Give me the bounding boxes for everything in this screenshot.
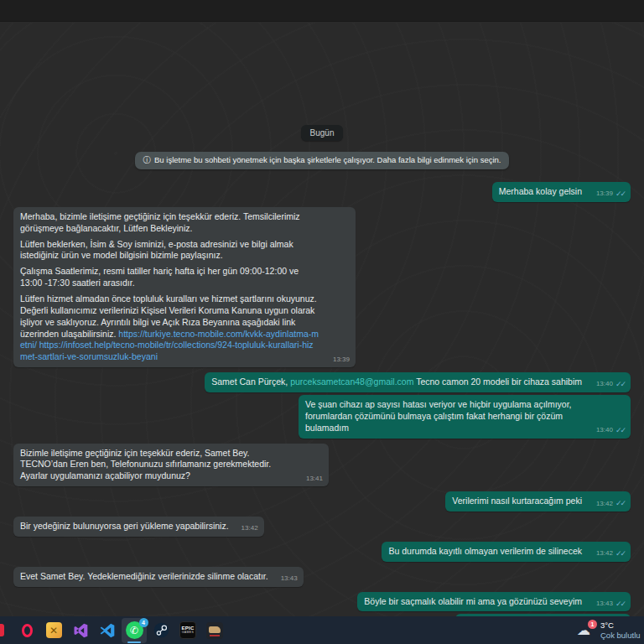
message-meta: 13:39✓✓: [596, 190, 625, 199]
message-text: Merhaba, bizimle iletişime geçtiğiniz iç…: [20, 211, 320, 235]
message-text-part: Evet Samet Bey. Yedeklemediğiniz veriler…: [20, 571, 268, 581]
visual-studio-glyph: [72, 622, 89, 639]
message-text: Ve şuan cihazı ap sayısı hatası veriyor …: [305, 399, 582, 434]
message-row: Bu durumda kayıtlı olmayan verilerim de …: [13, 542, 631, 562]
steam-glyph: [153, 621, 170, 639]
message-time: 13:42: [596, 549, 613, 558]
read-receipt-icon: ✓✓: [615, 190, 625, 198]
message-text: Lütfen beklerken, İsim & Soy isminizi, e…: [20, 239, 320, 262]
cutoff-icon[interactable]: [0, 624, 4, 636]
message-text-part: Verilerimi nasıl kurtaracağım peki: [452, 496, 582, 506]
outgoing-message-bubble[interactable]: Böyle bir saçmalık olabilir mi ama ya gö…: [357, 592, 631, 612]
message-text: Evet Samet Bey. Yedeklemediğiniz veriler…: [20, 571, 268, 583]
chat-area: Bugün ⓘBu işletme bu sohbeti yönetmek iç…: [0, 23, 644, 616]
read-receipt-icon: ✓✓: [615, 500, 625, 507]
message-meta: 13:43✓✓: [596, 600, 625, 609]
message-time: 13:43: [281, 574, 298, 584]
message-link[interactable]: purceksametcan48@gmail.com: [290, 377, 413, 387]
message-text-part: Bizimle iletişime geçtiğiniz için teşekk…: [20, 448, 271, 481]
read-receipt-icon: ✓✓: [615, 550, 625, 558]
game-glyph-shape: [209, 626, 221, 633]
game-glyph-bar: [210, 635, 220, 636]
read-receipt-icon: ✓✓: [615, 600, 625, 608]
message-text-part: Merhaba, bizimle iletişime geçtiğiniz iç…: [20, 211, 300, 233]
read-receipt-icon: ✓✓: [615, 427, 625, 434]
whatsapp-badge: 4: [139, 618, 148, 627]
game-launcher-glyph: ✕: [46, 622, 62, 638]
game-icon[interactable]: [202, 618, 227, 643]
epic-games-glyph: EPIC GAMES: [179, 621, 196, 639]
system-notice[interactable]: ⓘBu işletme bu sohbeti yönetmek için baş…: [135, 152, 510, 169]
incoming-message-bubble[interactable]: Merhaba, bizimle iletişime geçtiğiniz iç…: [13, 207, 356, 367]
outgoing-message-bubble[interactable]: Merhaba kolay gelsin13:39✓✓: [492, 182, 631, 202]
message-time: 13:41: [306, 475, 323, 484]
system-notice-text: Bu işletme bu sohbeti yönetmek için başk…: [154, 155, 501, 164]
vscode-glyph: [99, 622, 116, 639]
message-text-part: Tecno camon 20 modeli bir cihaza sahibim: [413, 377, 582, 387]
opera-gx-ring: [22, 624, 33, 637]
message-row: Samet Can Pürçek, purceksametcan48@gmail…: [13, 372, 631, 392]
game-glyph: [206, 622, 223, 639]
message-link[interactable]: https://infoset.help/tecno-mobile/tr/col…: [20, 340, 314, 361]
message-row: Bizimle iletişime geçtiğiniz için teşekk…: [13, 444, 631, 487]
message-time: 13:42: [242, 524, 258, 533]
read-receipt-icon: ✓✓: [615, 381, 625, 388]
game-launcher-icon[interactable]: ✕: [41, 618, 66, 643]
incoming-message-bubble[interactable]: Bizimle iletişime geçtiğiniz için teşekk…: [13, 444, 329, 487]
steam-icon[interactable]: [148, 618, 174, 643]
whatsapp-phone-glyph: ✆: [130, 625, 138, 636]
message-text-part: Çalışma Saatlerimiz, resmi tatiller hari…: [20, 266, 299, 288]
date-chip: Bugün: [301, 125, 344, 141]
message-time: 13:39: [333, 356, 350, 365]
message-row: Evet Samet Bey. Yedeklemediğiniz veriler…: [13, 567, 631, 587]
message-time: 13:40: [596, 426, 613, 435]
message-row: Verilerimi nasıl kurtaracağım peki13:42✓…: [13, 491, 631, 512]
incoming-message-bubble[interactable]: Bir yedeğiniz bulunuyorsa geri yükleme y…: [13, 517, 264, 537]
message-text: Merhaba kolay gelsin: [499, 186, 582, 198]
message-text-part: Ve şuan cihazı ap sayısı hatası veriyor …: [305, 399, 571, 433]
message-text: Verilerimi nasıl kurtaracağım peki: [452, 496, 582, 507]
message-meta: 13:41: [306, 475, 323, 484]
outgoing-message-bubble[interactable]: Samet Can Pürçek, purceksametcan48@gmail…: [205, 372, 631, 392]
message-list: Merhaba kolay gelsin13:39✓✓Merhaba, bizi…: [13, 182, 631, 644]
message-text-part: Lütfen beklerken, İsim & Soy isminizi, e…: [20, 239, 293, 261]
message-meta: 13:40✓✓: [596, 380, 625, 389]
whatsapp-icon[interactable]: ✆ 4: [122, 618, 147, 643]
message-time: 13:39: [596, 190, 613, 199]
top-bar: [0, 0, 644, 22]
weather-condition: Çok bulutlu: [600, 631, 641, 641]
message-text-part: Böyle bir saçmalık olabilir mi ama ya gö…: [364, 596, 582, 606]
opera-gx-icon[interactable]: [14, 618, 39, 643]
outgoing-message-bubble[interactable]: Ve şuan cihazı ap sayısı hatası veriyor …: [299, 395, 631, 439]
message-text-part: Bir yedeğiniz bulunuyorsa geri yükleme y…: [20, 521, 229, 531]
message-meta: 13:42: [242, 524, 258, 533]
message-text: Bir yedeğiniz bulunuyorsa geri yükleme y…: [20, 521, 229, 532]
message-text: Böyle bir saçmalık olabilir mi ama ya gö…: [364, 596, 582, 608]
outgoing-message-bubble[interactable]: Verilerimi nasıl kurtaracağım peki13:42✓…: [445, 491, 631, 512]
message-meta: 13:43: [281, 574, 298, 584]
incoming-message-bubble[interactable]: Evet Samet Bey. Yedeklemediğiniz veriler…: [13, 567, 304, 587]
message-text: Lütfen hizmet almadan önce topluluk kura…: [20, 293, 320, 363]
taskbar-icons: ✕ ✆ 4: [0, 616, 228, 644]
outgoing-message-bubble[interactable]: Bu durumda kayıtlı olmayan verilerim de …: [382, 542, 631, 562]
message-row: Böyle bir saçmalık olabilir mi ama ya gö…: [13, 592, 631, 612]
taskbar: ✕ ✆ 4: [0, 616, 644, 644]
epic-games-icon[interactable]: EPIC GAMES: [175, 618, 200, 643]
message-meta: 13:42✓✓: [596, 500, 625, 509]
vscode-icon[interactable]: [95, 618, 120, 643]
weather-widget[interactable]: ☁ 1 3°C Çok bulutlu: [577, 621, 644, 641]
message-text: Bizimle iletişime geçtiğiniz için teşekk…: [20, 448, 293, 483]
message-text-part: Samet Can Pürçek,: [211, 377, 290, 387]
message-row: Merhaba kolay gelsin13:39✓✓: [13, 182, 631, 202]
weather-temperature: 3°C: [600, 621, 641, 631]
message-text-part: Merhaba kolay gelsin: [499, 186, 582, 196]
message-text: Samet Can Pürçek, purceksametcan48@gmail…: [211, 377, 582, 388]
message-time: 13:43: [596, 600, 613, 609]
info-icon: ⓘ: [143, 155, 152, 164]
message-row: Merhaba, bizimle iletişime geçtiğiniz iç…: [13, 207, 631, 367]
message-meta: 13:39: [333, 356, 350, 365]
message-row: Ve şuan cihazı ap sayısı hatası veriyor …: [13, 395, 631, 439]
message-text-part: Bu durumda kayıtlı olmayan verilerim de …: [388, 546, 582, 556]
message-meta: 13:42✓✓: [596, 549, 625, 558]
visual-studio-icon[interactable]: [68, 618, 93, 643]
